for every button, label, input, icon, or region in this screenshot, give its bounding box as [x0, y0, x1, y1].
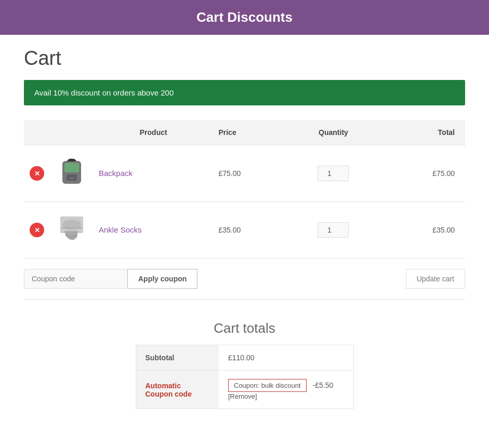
subtotal-row: Subtotal £110.00 [136, 345, 353, 371]
col-quantity-header: Quantity [287, 120, 380, 145]
col-total-header: Total [380, 120, 465, 145]
socks-quantity-cell [287, 202, 380, 259]
coupon-row: Apply coupon Update cart [24, 259, 465, 300]
cart-totals-table: Subtotal £110.00 Automatic Coupon code C… [136, 345, 354, 409]
discount-banner: Avail 10% discount on orders above 200 [24, 80, 465, 105]
col-image-header [50, 120, 94, 145]
svg-rect-4 [70, 178, 74, 179]
remove-coupon-link[interactable]: [Remove] [228, 392, 257, 400]
socks-price-cell: £35.00 [213, 202, 286, 259]
coupon-left: Apply coupon [24, 269, 197, 289]
socks-product-link[interactable]: Ankle Socks [99, 225, 142, 234]
cart-title: Cart [24, 47, 465, 70]
coupon-label-cell: Automatic Coupon code [136, 371, 219, 409]
remove-cell [24, 145, 50, 202]
coupon-discount-row: Automatic Coupon code Coupon: bulk disco… [136, 371, 353, 409]
backpack-product-link[interactable]: Backpack [99, 169, 133, 178]
page-content: Cart Avail 10% discount on orders above … [0, 35, 489, 430]
coupon-code-input[interactable] [24, 269, 128, 289]
col-remove-header [24, 120, 50, 145]
cart-totals-section: Cart totals Subtotal £110.00 Automatic C… [24, 320, 465, 409]
backpack-total-cell: £75.00 [380, 145, 465, 202]
cart-table: Product Price Quantity Total [24, 120, 465, 259]
page-header: Cart Discounts [0, 0, 489, 35]
remove-socks-button[interactable] [30, 223, 44, 237]
cart-totals-title: Cart totals [214, 320, 275, 336]
coupon-value-cell: Coupon: bulk discount -£5.50 [Remove] [219, 371, 353, 409]
socks-total-cell: £35.00 [380, 202, 465, 259]
automatic-coupon-label: Automatic Coupon code [146, 382, 192, 398]
svg-rect-1 [64, 163, 79, 172]
backpack-image-cell [50, 145, 94, 202]
socks-image-icon [55, 212, 88, 246]
page-title: Cart Discounts [0, 9, 489, 25]
remove-cell [24, 202, 50, 259]
apply-coupon-button[interactable]: Apply coupon [127, 269, 197, 289]
coupon-badge: Coupon: bulk discount [228, 379, 307, 392]
table-row: Ankle Socks £35.00 £35.00 [24, 202, 465, 259]
remove-backpack-button[interactable] [30, 166, 44, 181]
discount-amount: -£5.50 [313, 381, 334, 389]
backpack-price-cell: £75.00 [213, 145, 286, 202]
backpack-quantity-input[interactable] [318, 166, 349, 181]
socks-image-cell [50, 202, 94, 259]
table-row: Backpack £75.00 £75.00 [24, 145, 465, 202]
col-product-header: Product [94, 120, 213, 145]
socks-quantity-input[interactable] [318, 222, 349, 238]
backpack-image-icon [55, 156, 88, 189]
col-price-header: Price [213, 120, 286, 145]
socks-name-cell: Ankle Socks [94, 202, 213, 259]
subtotal-value: £110.00 [219, 345, 353, 371]
table-header-row: Product Price Quantity Total [24, 120, 465, 145]
update-cart-button[interactable]: Update cart [406, 269, 465, 289]
svg-rect-3 [69, 159, 75, 161]
backpack-quantity-cell [287, 145, 380, 202]
svg-rect-7 [61, 227, 82, 229]
backpack-name-cell: Backpack [94, 145, 213, 202]
subtotal-label: Subtotal [136, 345, 219, 371]
